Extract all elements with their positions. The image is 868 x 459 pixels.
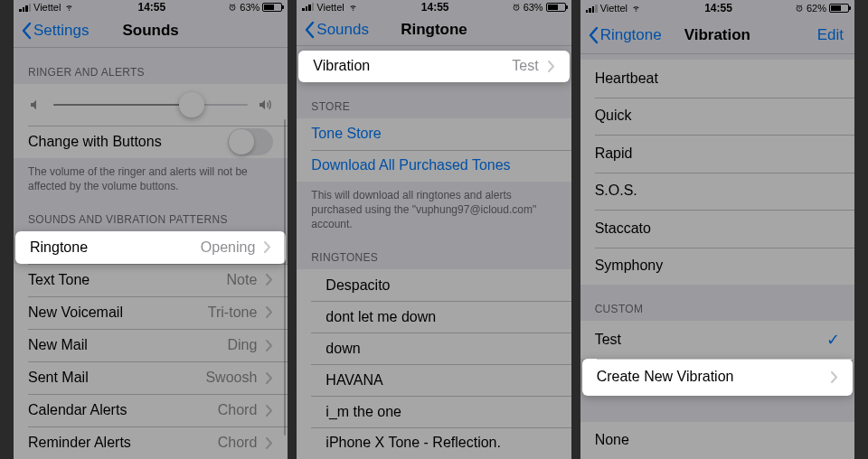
- carrier-label: Viettel: [600, 3, 627, 14]
- vibration-row[interactable]: Vibration Test: [298, 51, 569, 82]
- page-title: Ringtone: [401, 21, 467, 39]
- row-value: Swoosh: [205, 370, 257, 386]
- section-header-ringtones: RINGTONES: [297, 239, 571, 269]
- download-all-row[interactable]: Download All Purchased Tones: [297, 150, 571, 182]
- row-label: HAVANA: [311, 372, 556, 389]
- vibration-item[interactable]: S.O.S.: [580, 173, 854, 211]
- battery-icon: [546, 3, 566, 12]
- row-label: None: [595, 432, 840, 448]
- row-label: Quick: [595, 108, 840, 124]
- volume-slider-row: [14, 84, 288, 126]
- chevron-left-icon: [588, 26, 599, 44]
- volume-note: The volume of the ringer and alerts will…: [14, 158, 288, 201]
- toggle-switch[interactable]: [228, 128, 273, 155]
- battery-icon: [262, 3, 282, 12]
- row-label: Heartbeat: [595, 70, 840, 87]
- ringtone-item[interactable]: dont let me down: [297, 301, 571, 333]
- sent-mail-row[interactable]: Sent Mail Swoosh: [14, 361, 288, 394]
- chevron-right-icon: [266, 274, 273, 286]
- ringtone-item[interactable]: Despacito: [297, 269, 571, 301]
- screen-sounds: Viettel 14:55 63% Settings Sounds RINGER…: [14, 0, 288, 459]
- chevron-right-icon: [266, 306, 273, 318]
- chevron-right-icon: [266, 437, 273, 449]
- row-label: Calendar Alerts: [28, 402, 218, 418]
- row-label: Ringtone: [30, 239, 201, 256]
- ringtone-item[interactable]: down: [297, 333, 571, 364]
- row-label: New Voicemail: [28, 304, 208, 321]
- signal-icon: [19, 4, 31, 12]
- chevron-left-icon: [21, 22, 32, 40]
- row-value: Ding: [227, 337, 257, 353]
- row-label: iPhone X Tone - Reflection.: [311, 435, 556, 451]
- ringtone-item[interactable]: HAVANA: [297, 364, 571, 396]
- row-label: Test: [595, 332, 826, 348]
- row-label: Download All Purchased Tones: [311, 157, 556, 173]
- chevron-right-icon: [266, 405, 273, 417]
- chevron-right-icon: [266, 340, 273, 351]
- battery-percent: 62%: [807, 3, 826, 14]
- reminder-row[interactable]: Reminder Alerts Chord: [14, 426, 288, 459]
- row-label: Change with Buttons: [28, 134, 228, 150]
- alarm-icon: [795, 4, 804, 13]
- voicemail-row[interactable]: New Voicemail Tri-tone: [14, 296, 288, 329]
- row-value: Opening: [201, 239, 256, 256]
- wifi-icon: [630, 4, 642, 13]
- carrier-label: Viettel: [33, 2, 61, 13]
- back-label: Settings: [33, 22, 89, 40]
- change-with-buttons-row[interactable]: Change with Buttons: [14, 126, 288, 158]
- new-mail-row[interactable]: New Mail Ding: [14, 329, 288, 361]
- ringtone-row[interactable]: Ringtone Opening: [15, 231, 286, 264]
- vibration-item[interactable]: Symphony: [580, 248, 854, 286]
- nav-bar: Sounds Ringtone: [297, 14, 571, 46]
- battery-percent: 63%: [524, 2, 543, 13]
- nav-bar: Ringtone Vibration Edit: [580, 17, 854, 55]
- page-title: Sounds: [122, 22, 178, 40]
- screen-vibration: Viettel 14:55 62% Ringtone Vibration Edi…: [580, 0, 854, 459]
- signal-icon: [586, 5, 598, 13]
- carrier-label: Viettel: [316, 2, 344, 13]
- row-label: Staccato: [595, 220, 840, 237]
- check-icon: ✓: [826, 330, 840, 350]
- section-header-patterns: SOUNDS AND VIBRATION PATTERNS: [14, 201, 288, 231]
- volume-slider[interactable]: [53, 104, 248, 106]
- vibration-item[interactable]: Heartbeat: [580, 60, 854, 98]
- row-label: Create New Vibration: [597, 369, 824, 385]
- ringtone-item[interactable]: i_m the one: [297, 396, 571, 427]
- row-label: Sent Mail: [28, 370, 205, 386]
- row-label: Despacito: [311, 277, 556, 294]
- page-title: Vibration: [684, 26, 750, 44]
- ringtone-item[interactable]: iPhone X Tone - Reflection.: [297, 427, 571, 459]
- row-label: i_m the one: [311, 404, 556, 420]
- alarm-icon: [512, 3, 521, 12]
- edit-button[interactable]: Edit: [817, 26, 844, 44]
- row-value: Tri-tone: [208, 304, 258, 321]
- back-label: Ringtone: [600, 26, 662, 44]
- back-button[interactable]: Sounds: [304, 21, 369, 39]
- speaker-high-icon: [257, 98, 273, 112]
- back-button[interactable]: Ringtone: [588, 26, 662, 44]
- row-label: Rapid: [595, 145, 840, 162]
- row-label: down: [311, 341, 556, 357]
- status-bar: Viettel 14:55 63%: [14, 0, 288, 14]
- vibration-item[interactable]: Rapid: [580, 135, 854, 173]
- battery-percent: 63%: [240, 2, 259, 13]
- create-new-vibration-row[interactable]: Create New Vibration: [582, 359, 853, 397]
- tone-store-row[interactable]: Tone Store: [297, 118, 571, 150]
- wifi-icon: [63, 3, 75, 12]
- signal-icon: [302, 3, 314, 11]
- back-button[interactable]: Settings: [21, 22, 89, 40]
- none-row[interactable]: None: [580, 422, 854, 459]
- section-header-custom: CUSTOM: [580, 285, 854, 321]
- row-value: Note: [227, 272, 258, 288]
- chevron-right-icon: [266, 372, 273, 384]
- vibration-item[interactable]: Quick: [580, 98, 854, 136]
- speaker-low-icon: [28, 98, 44, 112]
- status-bar: Viettel 14:55 63%: [297, 0, 571, 14]
- row-label: New Mail: [28, 337, 227, 353]
- text-tone-row[interactable]: Text Tone Note: [14, 264, 288, 296]
- custom-vibration-test[interactable]: Test ✓: [580, 321, 854, 359]
- clock: 14:55: [421, 1, 449, 14]
- calendar-row[interactable]: Calendar Alerts Chord: [14, 394, 288, 426]
- vibration-item[interactable]: Staccato: [580, 210, 854, 248]
- alarm-icon: [228, 3, 237, 12]
